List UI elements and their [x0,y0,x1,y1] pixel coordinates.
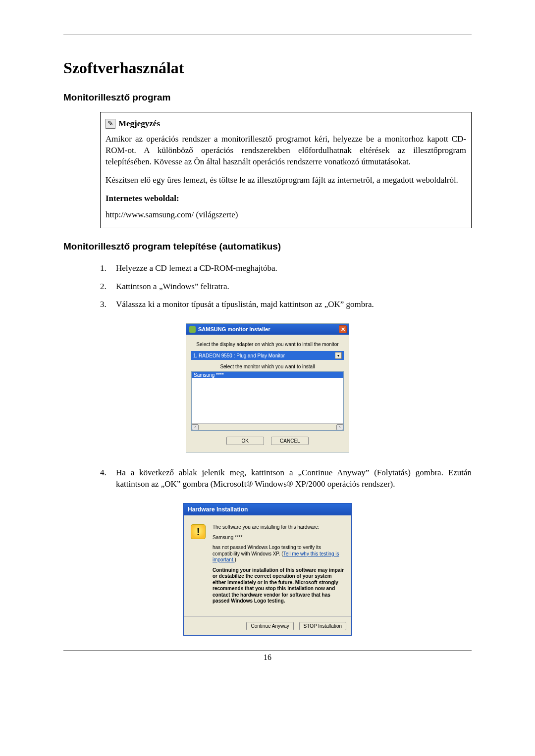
install-steps-continued: 4. Ha a következő ablak jelenik meg, kat… [63,467,472,490]
horizontal-scrollbar[interactable]: ‹ › [192,423,343,430]
dialog1-titlebar: SAMSUNG monitor installer ✕ [186,324,349,335]
note-label: Megjegyzés [118,118,160,130]
internet-label: Internetes weboldal: [106,193,466,204]
scroll-right-icon[interactable]: › [336,424,343,430]
step-text: Helyezze a CD lemezt a CD-ROM-meghajtóba… [116,263,277,274]
dialog2-wrap: Hardware Installation ! The software you… [63,503,472,636]
dialog2-line1: The software you are installing for this… [213,524,344,531]
list-item: 3. Válassza ki a monitor típusát a típus… [100,299,472,310]
dialog1-instruction-2: Select the monitor which you want to ins… [191,364,344,369]
step-text: Válassza ki a monitor típusát a típuslis… [116,299,374,310]
note-paragraph-1: Amikor az operációs rendszer a monitoril… [106,134,466,168]
dialog1-instruction-1: Select the display adapter on which you … [191,342,344,347]
dialog1-title-text: SAMSUNG monitor installer [198,326,270,332]
dialog2-line2: has not passed Windows Logo testing to v… [213,545,344,563]
monitor-listbox[interactable]: Samsung **** ‹ › [191,371,344,431]
cancel-button[interactable]: CANCEL [271,437,309,445]
page-heading: Szoftverhasználat [63,59,472,77]
monitor-item-selected[interactable]: Samsung **** [192,372,343,378]
warning-icon: ! [191,524,206,539]
dialog2-title-text: Hardware Installation [184,504,351,515]
install-steps: 1. Helyezze a CD lemezt a CD-ROM-meghajt… [63,263,472,311]
app-icon [189,326,196,333]
dialog2-text: The software you are installing for this… [213,524,344,608]
continue-anyway-button[interactable]: Continue Anyway [246,622,293,630]
note-header: ✎ Megjegyzés [106,118,466,130]
adapter-dropdown[interactable]: 1. RADEON 9550 : Plug and Play Monitor ▾ [191,351,344,360]
step-text: Kattintson a „Windows” feliratra. [116,281,229,293]
close-icon[interactable]: ✕ [339,325,347,333]
dialog1-body: Select the display adapter on which you … [186,335,349,452]
dialog2-warning-bold: Continuing your installation of this sof… [213,567,344,605]
step-text: Ha a következő ablak jelenik meg, kattin… [116,467,472,490]
samsung-installer-dialog: SAMSUNG monitor installer ✕ Select the d… [186,323,349,453]
dialog2-body: ! The software you are installing for th… [184,515,351,613]
section-driver-program: Monitorillesztő program [63,92,472,103]
step-number: 1. [100,263,107,274]
note-box: ✎ Megjegyzés Amikor az operációs rendsze… [100,112,472,228]
step-number: 3. [100,299,107,310]
list-item: 2. Kattintson a „Windows” feliratra. [100,281,472,293]
hardware-installation-dialog: Hardware Installation ! The software you… [183,503,352,636]
dialog1-buttons: OK CANCEL [191,431,344,447]
page-number: 16 [264,653,271,661]
note-icon: ✎ [106,119,115,129]
list-item: 1. Helyezze a CD lemezt a CD-ROM-meghajt… [100,263,472,274]
step-number: 4. [100,467,107,490]
dialog2-buttons: Continue Anyway STOP Installation [184,616,351,635]
list-item: 4. Ha a következő ablak jelenik meg, kat… [100,467,472,490]
internet-url: http://www.samsung.com/ (világszerte) [106,209,466,221]
stop-installation-button[interactable]: STOP Installation [299,622,346,630]
page-footer: 16 [63,651,472,662]
dialog1-wrap: SAMSUNG monitor installer ✕ Select the d… [63,323,472,453]
ok-button[interactable]: OK [226,437,264,445]
document-page: Szoftverhasználat Monitorillesztő progra… [0,0,535,687]
step-number: 2. [100,281,107,293]
top-rule [63,35,472,35]
chevron-down-icon[interactable]: ▾ [335,352,342,359]
section-install-auto: Monitorillesztő program telepítése (auto… [63,241,472,252]
scroll-left-icon[interactable]: ‹ [192,424,199,430]
note-paragraph-2: Készítsen elő egy üres lemezt, és töltse… [106,175,466,186]
adapter-value: 1. RADEON 9550 : Plug and Play Monitor [193,353,285,358]
dialog2-hardware-name: Samsung **** [213,535,344,541]
